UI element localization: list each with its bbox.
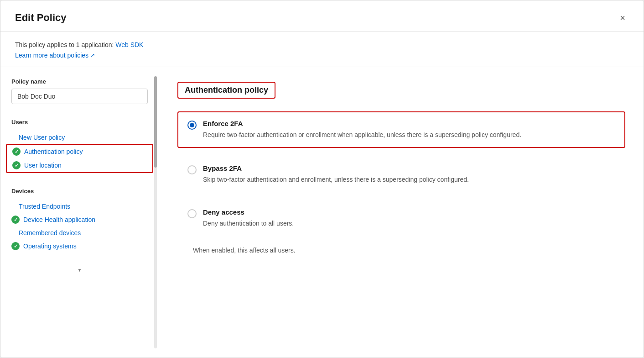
applies-text: This policy applies to 1 application: We…	[15, 41, 629, 48]
app-link[interactable]: Web SDK	[115, 41, 143, 48]
sidebar-item-operating-systems[interactable]: ✓ Operating systems	[0, 239, 159, 253]
check-icon-location: ✓	[12, 161, 21, 169]
check-icon-device-health: ✓	[11, 216, 20, 224]
sidebar: Policy name Users New User policy ✓ Auth…	[0, 67, 159, 358]
deny-access-label: Deny access	[203, 208, 615, 216]
radio-circle-enforce-2fa[interactable]	[187, 121, 197, 130]
sidebar-item-authentication-policy[interactable]: ✓ Authentication policy	[7, 145, 152, 158]
sidebar-item-remembered-devices[interactable]: Remembered devices	[0, 226, 159, 239]
deny-access-desc: Deny authentication to all users.	[203, 219, 615, 228]
policy-name-input[interactable]	[11, 89, 148, 104]
modal-header: Edit Policy ×	[0, 0, 644, 32]
external-link-icon: ↗	[90, 52, 95, 58]
radio-option-enforce-2fa[interactable]: Enforce 2FA Require two-factor authentic…	[177, 111, 625, 148]
policy-name-section: Policy name	[0, 78, 159, 115]
scroll-down-arrow: ▼	[78, 268, 82, 273]
scroll-down-indicator: ▼	[0, 264, 159, 276]
policy-name-label: Policy name	[11, 78, 148, 85]
radio-inner-enforce-2fa	[190, 123, 194, 127]
main-content: Authentication policy Enforce 2FA Requir…	[159, 67, 644, 358]
modal-title: Edit Policy	[15, 12, 66, 24]
radio-group: Enforce 2FA Require two-factor authentic…	[177, 111, 625, 236]
check-icon-auth: ✓	[12, 147, 21, 156]
edit-policy-modal: Edit Policy × This policy applies to 1 a…	[0, 0, 644, 358]
users-section-title: Users	[0, 115, 159, 129]
bypass-2fa-desc: Skip two-factor authentication and enrol…	[203, 175, 615, 184]
enforce-2fa-label: Enforce 2FA	[203, 120, 615, 127]
modal-body: Policy name Users New User policy ✓ Auth…	[0, 67, 644, 358]
sidebar-outlined-box-users: ✓ Authentication policy ✓ User location	[6, 144, 153, 173]
sidebar-item-user-location[interactable]: ✓ User location	[7, 158, 152, 172]
radio-content-bypass-2fa: Bypass 2FA Skip two-factor authenticatio…	[203, 164, 615, 184]
sidebar-item-device-health[interactable]: ✓ Device Health application	[0, 213, 159, 226]
devices-section-title: Devices	[0, 184, 159, 198]
radio-content-enforce-2fa: Enforce 2FA Require two-factor authentic…	[203, 120, 615, 140]
radio-option-bypass-2fa[interactable]: Bypass 2FA Skip two-factor authenticatio…	[177, 157, 625, 192]
close-button[interactable]: ×	[616, 11, 629, 24]
when-enabled-text: When enabled, this affects all users.	[177, 247, 625, 254]
sidebar-item-new-user-policy[interactable]: New User policy	[0, 131, 159, 144]
radio-circle-bypass-2fa[interactable]	[187, 165, 197, 174]
radio-content-deny-access: Deny access Deny authentication to all u…	[203, 208, 615, 228]
bypass-2fa-label: Bypass 2FA	[203, 164, 615, 172]
check-icon-os: ✓	[11, 242, 20, 250]
section-title: Authentication policy	[185, 85, 268, 95]
modal-subheader: This policy applies to 1 application: We…	[0, 32, 644, 67]
sidebar-section-devices: Devices Trusted Endpoints ✓ Device Healt…	[0, 184, 159, 264]
sidebar-item-trusted-endpoints[interactable]: Trusted Endpoints	[0, 200, 159, 213]
enforce-2fa-desc: Require two-factor authentication or enr…	[203, 130, 615, 140]
section-title-box: Authentication policy	[177, 82, 275, 99]
radio-option-deny-access[interactable]: Deny access Deny authentication to all u…	[177, 201, 625, 236]
sidebar-section-users: Users New User policy ✓ Authentication p…	[0, 115, 159, 184]
learn-more-link[interactable]: Learn more about policies ↗	[15, 52, 95, 59]
radio-circle-deny-access[interactable]	[187, 209, 197, 218]
